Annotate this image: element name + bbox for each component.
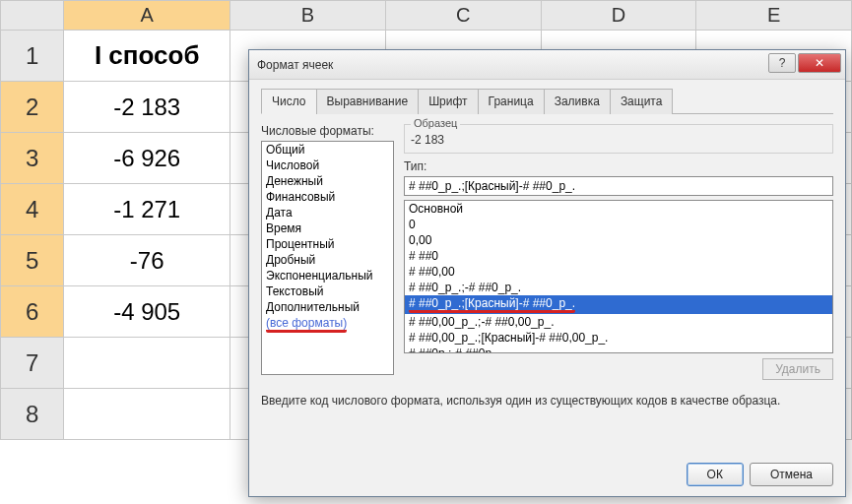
sample-value: -2 183 <box>411 129 826 147</box>
tab-number[interactable]: Число <box>261 89 317 114</box>
categories-label: Числовые форматы: <box>261 124 394 138</box>
cell-a3[interactable]: -6 926 <box>64 133 230 184</box>
col-header-b[interactable]: B <box>230 1 386 31</box>
category-item[interactable]: Экспоненциальный <box>262 268 393 284</box>
row-header-7[interactable]: 7 <box>1 338 64 389</box>
col-header-d[interactable]: D <box>541 1 696 31</box>
category-item[interactable]: Дата <box>262 205 393 220</box>
tab-strip: Число Выравнивание Шрифт Граница Заливка… <box>261 88 833 114</box>
category-item[interactable]: Дополнительный <box>262 299 393 315</box>
ok-button[interactable]: ОК <box>687 463 744 486</box>
cell-a5[interactable]: -76 <box>64 235 230 286</box>
sample-box: Образец -2 183 <box>404 124 833 154</box>
row-header-2[interactable]: 2 <box>1 82 64 133</box>
type-list[interactable]: Основной 0 0,00 # ##0 # ##0,00 # ##0_р_.… <box>404 200 833 353</box>
cancel-button[interactable]: Отмена <box>750 463 833 486</box>
col-header-e[interactable]: E <box>696 1 852 31</box>
type-item[interactable]: # ##0,00 <box>405 264 832 280</box>
help-text: Введите код числового формата, используя… <box>261 394 833 408</box>
category-item[interactable]: Общий <box>262 142 393 158</box>
type-item[interactable]: # ##0_р_.;-# ##0_р_. <box>405 280 832 295</box>
close-button[interactable]: ✕ <box>798 53 841 73</box>
type-item[interactable]: Основной <box>405 201 832 217</box>
type-item[interactable]: # ##0,00_р_.;[Красный]-# ##0,00_р_. <box>405 330 832 346</box>
category-item[interactable]: Финансовый <box>262 189 393 205</box>
category-item[interactable]: Процентный <box>262 236 393 252</box>
col-header-c[interactable]: C <box>385 1 541 31</box>
category-item[interactable]: Денежный <box>262 173 393 189</box>
category-item[interactable]: Числовой <box>262 158 393 173</box>
cell-a1[interactable]: I способ <box>64 31 230 82</box>
cell-a2[interactable]: -2 183 <box>64 82 230 133</box>
format-cells-dialog: Формат ячеек ? ✕ Число Выравнивание Шриф… <box>248 49 846 497</box>
category-item[interactable]: Время <box>262 220 393 236</box>
tab-protection[interactable]: Защита <box>610 89 674 114</box>
dialog-title: Формат ячеек <box>257 58 333 72</box>
cell-a4[interactable]: -1 271 <box>64 184 230 235</box>
select-all-corner[interactable] <box>1 1 64 31</box>
category-item-selected[interactable]: (все форматы) <box>262 315 393 334</box>
cell-a7[interactable] <box>64 338 230 389</box>
tab-fill[interactable]: Заливка <box>544 89 611 114</box>
row-header-4[interactable]: 4 <box>1 184 64 235</box>
tab-alignment[interactable]: Выравнивание <box>316 89 420 114</box>
row-header-6[interactable]: 6 <box>1 286 64 338</box>
type-item[interactable]: # ##0р.;-# ##0р. <box>405 346 832 353</box>
type-input[interactable] <box>404 176 833 196</box>
type-item[interactable]: # ##0 <box>405 248 832 264</box>
type-item-selected[interactable]: # ##0_р_.;[Красный]-# ##0_р_. <box>405 295 832 314</box>
tab-font[interactable]: Шрифт <box>418 89 478 114</box>
row-header-8[interactable]: 8 <box>1 389 64 440</box>
category-item[interactable]: Текстовый <box>262 284 393 299</box>
row-header-5[interactable]: 5 <box>1 235 64 286</box>
category-list[interactable]: Общий Числовой Денежный Финансовый Дата … <box>261 141 394 375</box>
delete-button[interactable]: Удалить <box>762 358 833 380</box>
type-item[interactable]: 0,00 <box>405 232 832 248</box>
help-button[interactable]: ? <box>768 53 796 73</box>
tab-border[interactable]: Граница <box>478 89 545 114</box>
type-item[interactable]: # ##0,00_р_.;-# ##0,00_р_. <box>405 314 832 330</box>
category-item[interactable]: Дробный <box>262 252 393 268</box>
dialog-titlebar[interactable]: Формат ячеек ? ✕ <box>249 50 845 80</box>
row-header-3[interactable]: 3 <box>1 133 64 184</box>
row-header-1[interactable]: 1 <box>1 31 64 82</box>
sample-label: Образец <box>411 117 460 129</box>
type-label: Тип: <box>404 159 833 173</box>
type-item[interactable]: 0 <box>405 217 832 232</box>
cell-a8[interactable] <box>64 389 230 440</box>
cell-a6[interactable]: -4 905 <box>64 286 230 338</box>
col-header-a[interactable]: A <box>64 1 230 31</box>
